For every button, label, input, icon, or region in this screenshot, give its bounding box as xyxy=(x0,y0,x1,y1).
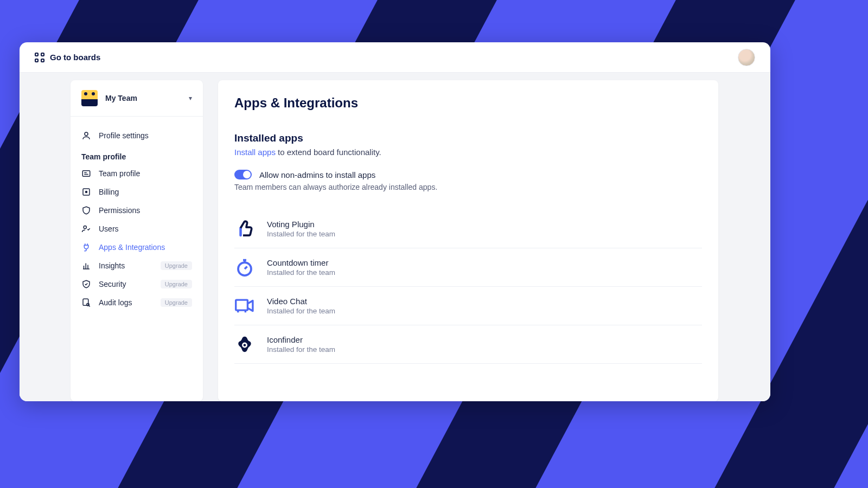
go-to-boards-link[interactable]: Go to boards xyxy=(35,53,100,62)
sidebar-item-label: Permissions xyxy=(99,206,192,215)
sidebar-item-users[interactable]: Users xyxy=(71,220,203,238)
app-row-countdown-timer[interactable]: Countdown timer Installed for the team xyxy=(234,248,702,287)
app-row-voting-plugin[interactable]: Voting Plugin Installed for the team xyxy=(234,210,702,248)
sidebar-item-team-profile[interactable]: Team profile xyxy=(71,164,203,183)
section-subtext: Install apps to extend board functionali… xyxy=(234,147,702,157)
sidebar-item-label: Team profile xyxy=(99,169,192,178)
sidebar-section-title: Team profile xyxy=(71,148,203,164)
sidebar-item-label: Apps & Integrations xyxy=(99,243,192,252)
allow-nonadmins-toggle[interactable] xyxy=(234,170,252,179)
svg-point-6 xyxy=(84,226,86,228)
app-name: Video Chat xyxy=(267,297,335,306)
app-subtext: Installed for the team xyxy=(267,230,335,238)
chevron-down-icon: ▾ xyxy=(189,94,192,102)
chart-icon xyxy=(81,261,91,271)
thumbs-up-icon xyxy=(234,219,255,239)
team-logo-icon xyxy=(81,90,98,106)
boards-grid-icon xyxy=(35,53,44,62)
document-search-icon xyxy=(81,298,91,307)
sidebar-item-label: Insights xyxy=(99,261,153,270)
sidebar-item-label: Security xyxy=(99,280,153,288)
sidebar-item-label: Billing xyxy=(99,188,192,196)
svg-rect-7 xyxy=(83,299,88,305)
body: My Team ▾ Profile settings Team profile xyxy=(20,73,770,401)
app-row-video-chat[interactable]: Video Chat Installed for the team xyxy=(234,287,702,325)
upgrade-badge: Upgrade xyxy=(161,261,192,270)
avatar[interactable] xyxy=(738,49,755,66)
sidebar-item-label: Users xyxy=(99,224,192,233)
app-subtext: Installed for the team xyxy=(267,345,335,354)
app-name: Voting Plugin xyxy=(267,220,335,229)
shield-check-icon xyxy=(81,279,91,289)
team-selector[interactable]: My Team ▾ xyxy=(71,80,203,117)
page-background: Go to boards My Team ▾ Profile s xyxy=(0,0,868,488)
svg-rect-1 xyxy=(82,171,90,177)
app-window: Go to boards My Team ▾ Profile s xyxy=(20,42,770,401)
sidebar-item-apps-integrations[interactable]: Apps & Integrations xyxy=(71,238,203,256)
app-name: Iconfinder xyxy=(267,335,335,344)
shield-icon xyxy=(81,206,91,215)
sidebar-item-security[interactable]: Security Upgrade xyxy=(71,275,203,293)
app-row-iconfinder[interactable]: Iconfinder Installed for the team xyxy=(234,325,702,364)
page-title: Apps & Integrations xyxy=(234,95,702,111)
team-name: My Team xyxy=(105,94,181,102)
video-camera-icon xyxy=(234,296,255,316)
users-icon xyxy=(81,224,91,234)
sidebar-item-insights[interactable]: Insights Upgrade xyxy=(71,256,203,275)
section-subtext-rest: to extend board functionality. xyxy=(276,147,381,157)
svg-point-5 xyxy=(86,191,87,193)
upgrade-badge: Upgrade xyxy=(161,298,192,307)
installed-apps-list: Voting Plugin Installed for the team Cou… xyxy=(234,210,702,364)
sidebar-item-billing[interactable]: Billing xyxy=(71,183,203,201)
app-subtext: Installed for the team xyxy=(267,268,335,277)
svg-point-14 xyxy=(244,344,246,346)
svg-rect-10 xyxy=(236,300,248,310)
toggle-row: Allow non-admins to install apps xyxy=(234,170,702,179)
sidebar: My Team ▾ Profile settings Team profile xyxy=(71,80,203,401)
main-panel: Apps & Integrations Installed apps Insta… xyxy=(218,80,718,401)
sidebar-item-audit-logs[interactable]: Audit logs Upgrade xyxy=(71,293,203,312)
person-icon xyxy=(81,131,91,140)
install-apps-link[interactable]: Install apps xyxy=(234,147,276,157)
app-name: Countdown timer xyxy=(267,258,335,267)
iconfinder-icon xyxy=(234,334,255,355)
stopwatch-icon xyxy=(234,257,255,278)
sidebar-section-profile: Profile settings xyxy=(71,117,203,148)
sidebar-item-profile-settings[interactable]: Profile settings xyxy=(71,126,203,145)
app-subtext: Installed for the team xyxy=(267,307,335,315)
sidebar-item-permissions[interactable]: Permissions xyxy=(71,201,203,220)
toggle-label: Allow non-admins to install apps xyxy=(259,170,375,179)
card-icon xyxy=(81,169,91,178)
upgrade-badge: Upgrade xyxy=(161,280,192,288)
section-heading: Installed apps xyxy=(234,132,702,144)
sidebar-item-label: Audit logs xyxy=(99,298,153,307)
toggle-help-text: Team members can always authorize alread… xyxy=(234,183,702,191)
sidebar-item-label: Profile settings xyxy=(99,131,192,140)
billing-icon xyxy=(81,187,91,197)
svg-point-0 xyxy=(85,132,88,136)
topbar: Go to boards xyxy=(20,42,770,73)
plug-icon xyxy=(81,242,91,252)
go-to-boards-label: Go to boards xyxy=(50,53,100,62)
